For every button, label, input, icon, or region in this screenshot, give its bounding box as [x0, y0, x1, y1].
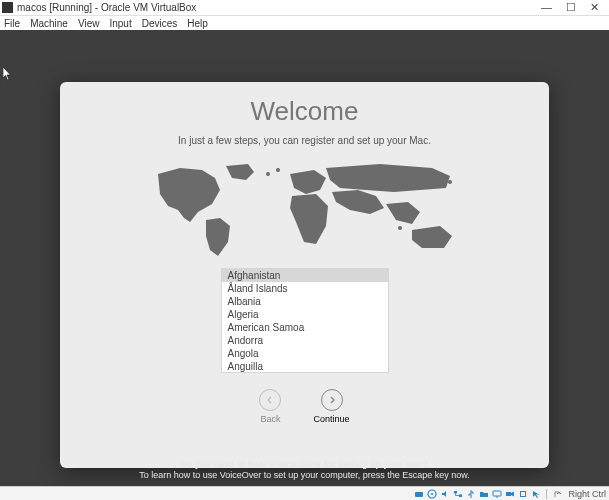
cpu-icon[interactable]	[518, 489, 528, 499]
menu-file[interactable]: File	[4, 18, 20, 29]
back-button: Back	[259, 389, 281, 424]
audio-icon[interactable]	[440, 489, 450, 499]
usb-icon[interactable]	[466, 489, 476, 499]
back-label: Back	[260, 414, 280, 424]
setup-assistant-window: Welcome In just a few steps, you can reg…	[60, 82, 549, 468]
separator	[546, 489, 547, 499]
continue-label: Continue	[313, 414, 349, 424]
voiceover-line2: To learn how to use VoiceOver to set up …	[0, 470, 609, 482]
arrow-right-icon	[321, 389, 343, 411]
svg-rect-12	[506, 492, 511, 496]
disk-icon[interactable]	[414, 489, 424, 499]
svg-rect-11	[496, 496, 498, 497]
list-item[interactable]: American Samoa	[222, 321, 388, 334]
app-icon	[2, 2, 13, 13]
list-item[interactable]: Andorra	[222, 334, 388, 347]
window-controls: — ☐ ✕	[541, 1, 599, 14]
svg-point-1	[276, 168, 280, 172]
list-item[interactable]: Anguilla	[222, 360, 388, 373]
menu-view[interactable]: View	[78, 18, 100, 29]
maximize-button[interactable]: ☐	[566, 1, 576, 14]
minimize-button[interactable]: —	[541, 1, 552, 14]
svg-point-7	[431, 493, 433, 495]
optical-icon[interactable]	[427, 489, 437, 499]
voiceover-line1: Do you need to hear instructions for set…	[0, 459, 609, 471]
display-icon[interactable]	[492, 489, 502, 499]
list-item[interactable]: Åland Islands	[222, 282, 388, 295]
recording-icon[interactable]	[505, 489, 515, 499]
vm-display[interactable]: Welcome In just a few steps, you can reg…	[0, 30, 609, 486]
host-key-label: Right Ctrl	[568, 489, 606, 499]
list-item[interactable]: Albania	[222, 295, 388, 308]
network-icon[interactable]	[453, 489, 463, 499]
navigation-buttons: Back Continue	[259, 389, 349, 424]
menu-input[interactable]: Input	[109, 18, 131, 29]
setup-subtitle: In just a few steps, you can register an…	[178, 135, 431, 146]
arrow-left-icon	[259, 389, 281, 411]
setup-title: Welcome	[251, 96, 359, 127]
mouse-integration-icon[interactable]	[531, 489, 541, 499]
menu-machine[interactable]: Machine	[30, 18, 68, 29]
continue-button[interactable]: Continue	[313, 389, 349, 424]
close-button[interactable]: ✕	[590, 1, 599, 14]
svg-point-0	[266, 172, 270, 176]
svg-point-3	[448, 180, 452, 184]
menu-bar: File Machine View Input Devices Help	[0, 16, 609, 30]
svg-rect-5	[415, 492, 423, 497]
keyboard-icon	[552, 489, 562, 499]
country-list[interactable]: Afghanistan Åland Islands Albania Algeri…	[221, 268, 389, 373]
status-bar: Right Ctrl	[0, 486, 609, 500]
svg-rect-10	[493, 491, 501, 496]
svg-rect-13	[521, 491, 526, 496]
cursor-icon	[3, 67, 13, 84]
menu-devices[interactable]: Devices	[142, 18, 178, 29]
list-item[interactable]: Afghanistan	[222, 269, 388, 282]
svg-point-4	[398, 226, 402, 230]
shared-folders-icon[interactable]	[479, 489, 489, 499]
menu-help[interactable]: Help	[187, 18, 208, 29]
list-item[interactable]: Angola	[222, 347, 388, 360]
voiceover-hint: Do you need to hear instructions for set…	[0, 459, 609, 482]
svg-rect-8	[454, 491, 457, 494]
window-title: macos [Running] - Oracle VM VirtualBox	[17, 2, 196, 13]
list-item[interactable]: Algeria	[222, 308, 388, 321]
world-map-image	[140, 160, 470, 262]
title-bar: macos [Running] - Oracle VM VirtualBox —…	[0, 0, 609, 16]
svg-point-2	[438, 172, 442, 176]
